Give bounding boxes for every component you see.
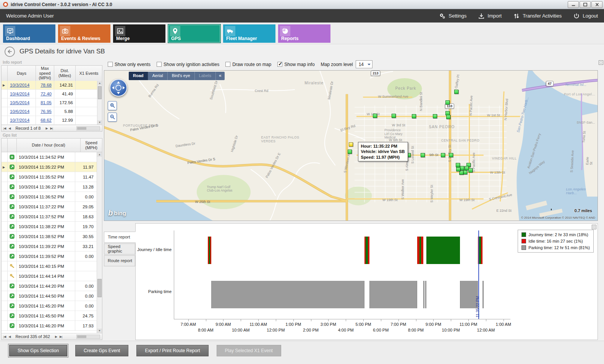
pan-north-icon[interactable] [117,81,120,84]
checkbox-show-only-ignition-activities[interactable]: Show only ignition activities [157,62,219,67]
gps-list-row[interactable]: 10/3/2014 11:40:15 PM [2,261,97,271]
map-style-birds-eye[interactable]: Bird's eye [168,72,195,80]
pager-scrollbar[interactable] [76,126,100,130]
gps-list-row[interactable]: 10/3/2014 11:44:50 PM 0.00 [2,291,97,301]
zoom-in-button[interactable] [108,101,117,110]
gps-list-row[interactable]: 10/3/2014 11:37:22 PM 29.05 [2,202,97,212]
gps-marker[interactable] [445,100,450,105]
map-pan-compass[interactable] [110,79,127,97]
map-style-labels[interactable]: Labels [195,72,216,80]
column-header-speed[interactable]: Speed (MPH) [81,139,102,152]
pager-first-button[interactable]: |◀ [3,335,6,338]
column-header-dist[interactable]: Dist. (Miles) [54,66,76,81]
play-selected-x1-event-button[interactable]: Play Selected X1 Event [217,345,281,356]
tab-speed-graphic[interactable]: Speed graphic [104,243,135,254]
close-button[interactable] [591,1,602,8]
settings-button[interactable]: Settings [439,13,466,19]
max-speed-link[interactable]: 81.05 [36,98,54,107]
gps-list-row[interactable]: 10/3/2014 11:39:22 PM 33.21 [2,242,97,251]
pager-first-button[interactable]: |◀ [3,127,6,130]
scroll-down-icon[interactable]: ▼ [97,329,102,333]
column-header-max-speed[interactable]: Max speed (MPH) [36,66,54,81]
tab-route-report[interactable]: Route report [104,255,135,266]
pan-east-icon[interactable] [123,86,125,89]
map-style-road[interactable]: Road [129,72,148,80]
pager-prev-button[interactable]: ◀ [8,335,10,338]
max-speed-link[interactable]: 72.40 [36,90,54,98]
info-report-row[interactable]: 10/5/2014 81.05 172.56 [2,98,102,107]
gps-marker[interactable] [373,114,377,118]
gps-list-scrollbar[interactable]: ▲ ▼ [97,152,102,333]
day-link[interactable]: 10/3/2014 [8,81,36,89]
gps-list-row[interactable]: 10/3/2014 11:36:52 PM 0.00 [2,192,97,202]
gps-list-row[interactable]: 10/3/2014 11:44:20 PM 0.00 [2,281,97,291]
pager-scrollbar[interactable] [76,335,100,339]
gps-marker[interactable] [433,114,437,118]
gps-list-row[interactable]: 10/3/2014 11:38:22 PM 19.70 [2,222,97,232]
checkbox-show-map-info[interactable]: Show map info [277,62,314,67]
pager-next-button[interactable]: ▶ [55,335,57,338]
max-speed-link[interactable]: 76.95 [36,107,54,116]
scrollbar-thumb[interactable] [98,86,102,99]
export-print-route-report-button[interactable]: Export / Print Route Report [136,345,208,356]
gps-marker[interactable] [441,153,445,157]
map-style-collapse-button[interactable]: « [216,72,225,80]
gps-marker[interactable] [460,166,464,170]
checkbox-box[interactable] [108,62,113,67]
tab-merge[interactable]: Merge [113,24,165,43]
show-gps-selection-button[interactable]: Show Gps Selection [9,345,67,356]
gps-marker[interactable] [446,115,450,119]
zoom-out-button[interactable] [108,113,117,122]
day-link[interactable]: 10/7/2014 [8,116,36,124]
gps-list-row[interactable]: 10/3/2014 11:46:20 PM 17.93 [2,321,97,331]
pan-west-icon[interactable] [112,86,114,89]
column-header-days[interactable]: Days [8,66,36,81]
gps-marker[interactable] [449,153,453,157]
gps-marker[interactable] [348,150,352,154]
gps-list-row[interactable]: 10/3/2014 11:37:52 PM 18.63 [2,212,97,222]
tab-events-reviews[interactable]: Events & Reviews [58,24,110,43]
pager-last-button[interactable]: ▶| [60,335,62,338]
gps-marker[interactable] [421,153,425,157]
max-speed-link[interactable]: 78.68 [36,81,54,89]
gps-marker[interactable] [459,171,463,175]
maximize-button[interactable] [580,1,591,8]
gps-list-row[interactable]: 10/3/2014 11:35:22 PM 11.97 [2,162,97,172]
minimize-button[interactable] [568,1,579,8]
checkbox-box[interactable] [157,62,162,67]
info-report-row[interactable]: 10/7/2014 68.62 12.99 [2,116,102,125]
scrollbar-thumb[interactable] [97,279,102,297]
day-link[interactable]: 10/6/2014 [8,107,36,116]
gps-marker[interactable] [412,114,416,118]
gps-list-row[interactable]: 10/3/2014 11:45:50 PM 24.75 [2,311,97,321]
tab-fleet-manager[interactable]: Fleet Manager [223,24,275,43]
pager-last-button[interactable]: ▶| [50,127,53,130]
info-report-row[interactable]: 10/6/2014 76.95 5.88 [2,107,102,116]
scroll-up-icon[interactable]: ▲ [97,81,102,85]
max-speed-link[interactable]: 68.62 [36,116,54,124]
tab-reports[interactable]: Reports [278,24,330,43]
tab-dashboard[interactable]: Dashboard [3,24,55,43]
pager-next-button[interactable]: ▶ [45,127,47,130]
gps-list-row[interactable]: 10/3/2014 11:45:20 PM 0.00 [2,301,97,311]
logout-button[interactable]: Logout [573,13,598,19]
day-link[interactable]: 10/4/2014 [8,90,36,98]
checkbox-box[interactable] [225,62,230,67]
map-style-aerial[interactable]: Aerial [148,72,168,80]
checkbox-box[interactable] [277,62,282,67]
info-report-scrollbar[interactable]: ▲ ▼ [97,81,102,125]
back-button[interactable] [5,47,15,57]
tab-gps[interactable]: GPS [168,24,220,43]
transfer-activities-button[interactable]: Transfer Activities [513,13,562,19]
checkbox-show-only-events[interactable]: Show only events [108,62,151,67]
scroll-up-icon[interactable]: ▲ [97,152,102,157]
info-report-row[interactable]: 10/4/2014 72.40 41.49 [2,90,102,98]
gps-list-row[interactable]: 10/3/2014 11:39:52 PM 0.00 [2,251,97,261]
gps-list-row[interactable]: 10/3/2014 11:44:14 PM [2,271,97,281]
gps-marker[interactable] [456,167,460,171]
gps-marker[interactable] [468,168,473,172]
column-header-x1-events[interactable]: X1 Events [76,66,102,81]
pan-south-icon[interactable] [117,92,120,94]
map-container[interactable]: MiralestePeck ParkW Summerland AveCrest … [104,70,598,221]
day-link[interactable]: 10/5/2014 [8,98,36,107]
